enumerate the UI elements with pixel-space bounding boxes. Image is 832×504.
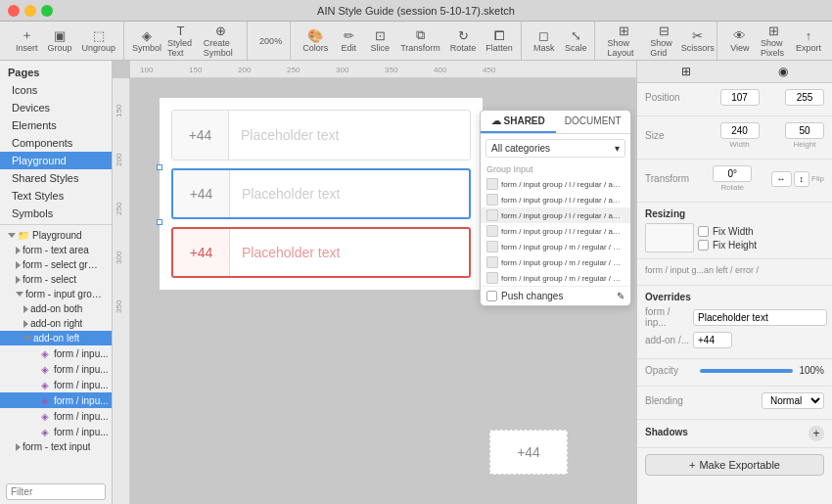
shared-list-item[interactable]: form / input group / l / regular / add-o… <box>481 207 630 223</box>
sidebar-item-shared-styles[interactable]: Shared Styles <box>0 169 112 187</box>
inspect-icon-button[interactable]: ◉ <box>735 61 833 82</box>
override-1-input[interactable] <box>693 309 827 326</box>
resizing-section: Resizing Fix Width Fix Height <box>637 203 832 259</box>
push-changes-checkbox[interactable] <box>486 291 497 301</box>
layer-input-groups[interactable]: form - input groups <box>0 287 112 301</box>
layer-text-input[interactable]: form - text input <box>0 439 112 454</box>
input-row-default[interactable]: +44 Placeholder text <box>171 110 471 160</box>
layer-form-5[interactable]: ◈ form / inpu... <box>0 408 112 424</box>
layer-playground[interactable]: 📁 Playground <box>0 227 112 243</box>
maximize-button[interactable] <box>41 5 53 17</box>
resize-visual <box>645 223 694 252</box>
opacity-slider[interactable] <box>700 369 793 373</box>
size-height-input[interactable] <box>785 122 824 139</box>
styled-text-icon: T <box>171 23 189 37</box>
shared-list-item[interactable]: form / input group / l / regular / add-o… <box>481 176 630 192</box>
colors-button[interactable]: 🎨 Colors <box>299 26 332 55</box>
layer-form-2[interactable]: ◈ form / inpu... <box>0 361 112 377</box>
layer-addon-right[interactable]: add-on right <box>0 316 112 331</box>
insert-icon: ＋ <box>18 28 35 42</box>
create-symbol-button[interactable]: ⊕ Create Symbol <box>200 22 243 60</box>
minimize-button[interactable] <box>24 5 36 17</box>
sidebar-item-text-styles[interactable]: Text Styles <box>0 187 112 205</box>
transform-button[interactable]: ⧉ Transform <box>396 26 444 55</box>
insert-button[interactable]: ＋ Insert <box>12 26 42 55</box>
cloud-icon: ☁ <box>491 115 504 126</box>
size-width-input[interactable] <box>720 122 760 139</box>
show-grid-icon: ⊟ <box>655 23 672 37</box>
layer-text-area[interactable]: form - text area <box>0 243 112 257</box>
layer-form-6[interactable]: ◈ form / inpu... <box>0 424 112 439</box>
scissors-icon: ✂ <box>689 28 707 42</box>
sidebar-item-symbols[interactable]: Symbols <box>0 205 112 222</box>
rotate-input[interactable] <box>713 165 752 182</box>
shared-list-item[interactable]: form / input group / l / regular / add-o… <box>481 223 630 239</box>
mask-button[interactable]: ◻ Mask <box>530 26 559 55</box>
layer-addon-left[interactable]: add-on left <box>0 331 112 345</box>
show-grid-button[interactable]: ⊟ Show Grid <box>646 22 680 60</box>
ungroup-button[interactable]: ⬚ Ungroup <box>78 26 120 55</box>
layer-form-1[interactable]: ◈ form / inpu... <box>0 345 112 361</box>
override-row-2: add-on /... <box>645 332 824 348</box>
shared-list: form / input group / l / regular / add-o… <box>481 176 630 286</box>
shared-list-item[interactable]: form / input group / l / regular / add-o… <box>481 192 630 207</box>
sidebar-item-playground[interactable]: Playground <box>0 152 112 169</box>
canvas-area[interactable]: 100 150 200 250 300 350 400 450 150 200 … <box>113 61 636 504</box>
flatten-button[interactable]: ⧠ Flatten <box>482 26 517 55</box>
colors-icon: 🎨 <box>306 28 324 42</box>
sidebar-item-elements[interactable]: Elements <box>0 116 112 134</box>
layer-select[interactable]: form - select <box>0 272 112 287</box>
zoom-control[interactable]: 200% <box>255 34 286 48</box>
show-pixels-button[interactable]: ⊞ Show Pixels <box>757 22 792 60</box>
layer-select-groups[interactable]: form - select groups <box>0 257 112 272</box>
sidebar-item-devices[interactable]: Devices <box>0 99 112 116</box>
edit-button[interactable]: ✏ Edit <box>334 26 363 55</box>
shared-category-dropdown[interactable]: All categories ▾ <box>485 139 625 158</box>
input-row-blue[interactable]: +44 Placeholder text <box>171 168 471 219</box>
symbol-button[interactable]: ◈ Symbol <box>132 26 162 55</box>
window-controls <box>8 5 53 17</box>
titlebar: AIN Style Guide (session 5-10-17).sketch <box>0 0 832 22</box>
sidebar-item-components[interactable]: Components <box>0 134 112 152</box>
rotate-button[interactable]: ↻ Rotate <box>446 26 481 55</box>
layer-addon-both[interactable]: add-on both <box>0 301 112 316</box>
group-button[interactable]: ▣ Group <box>44 26 76 55</box>
show-layout-button[interactable]: ⊞ Show Layout <box>603 22 644 60</box>
flip-v-button[interactable]: ↕ <box>794 171 810 187</box>
input-row-red[interactable]: +44 Placeholder text <box>171 227 471 278</box>
fix-height-checkbox[interactable] <box>698 240 709 251</box>
layer-form-4[interactable]: ◈ form / inpu... <box>0 392 112 408</box>
show-pixels-icon: ⊞ <box>765 23 783 37</box>
scale-button[interactable]: ⤡ Scale <box>561 26 591 55</box>
shared-list-item[interactable]: form / input group / m / regular / add-o… <box>481 270 630 286</box>
rotate-label: Rotate <box>721 183 745 192</box>
flip-label: Flip <box>811 174 824 183</box>
align-icon-button[interactable]: ⊞ <box>637 61 735 82</box>
shared-list-item[interactable]: form / input group / m / regular / add-o… <box>481 254 630 270</box>
scissors-button[interactable]: ✂ Scissors <box>683 26 713 55</box>
position-y-input[interactable] <box>785 89 824 106</box>
position-x-input[interactable] <box>720 89 760 106</box>
fix-width-checkbox[interactable] <box>698 226 709 237</box>
close-button[interactable] <box>8 5 20 17</box>
layer-search-input[interactable] <box>6 483 106 500</box>
fix-height-row: Fix Height <box>698 240 757 251</box>
shared-tab-shared[interactable]: ☁ SHARED <box>481 111 556 133</box>
override-row-1: form / inp... <box>645 306 824 328</box>
make-exportable-button[interactable]: + Make Exportable <box>645 454 824 476</box>
shared-list-item[interactable]: form / input group / m / regular / add-o… <box>481 239 630 254</box>
slice-button[interactable]: ⊡ Slice <box>365 26 394 55</box>
edit-push-icon[interactable]: ✎ <box>617 291 624 301</box>
sidebar-item-icons[interactable]: Icons <box>0 81 112 99</box>
export-button[interactable]: ↑ Export <box>794 26 823 55</box>
blending-select[interactable]: Normal Multiply Screen <box>762 392 824 409</box>
flip-h-button[interactable]: ↔ <box>771 171 792 187</box>
styled-text-button[interactable]: T Styled Text <box>163 22 198 60</box>
override-2-input[interactable] <box>693 332 732 348</box>
shared-tab-document[interactable]: DOCUMENT <box>556 111 631 133</box>
layer-form-3[interactable]: ◈ form / inpu... <box>0 377 112 392</box>
symbol-path-section: form / input g...an left / error / <box>637 259 832 286</box>
view-button[interactable]: 👁 View <box>725 26 755 55</box>
push-changes-checkbox-row[interactable]: Push changes <box>486 291 563 301</box>
add-shadow-button[interactable]: + <box>809 426 824 441</box>
